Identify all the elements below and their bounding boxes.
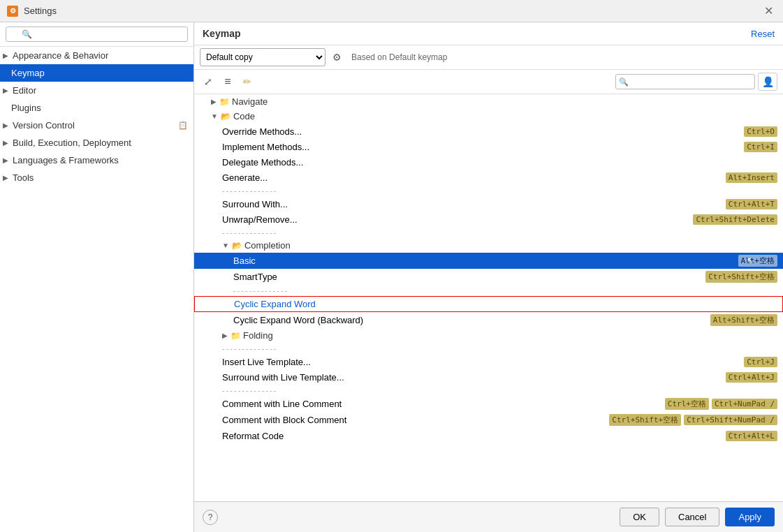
tree-folder-code[interactable]: ▼ 📂 Code <box>194 109 783 124</box>
tree-item-cyclic-expand-word[interactable]: Cyclic Expand Word <box>194 296 783 312</box>
help-button[interactable]: ? <box>203 510 218 525</box>
close-button[interactable]: ✕ <box>761 4 776 18</box>
based-on-label: Based on Default keymap <box>351 52 447 62</box>
keymap-header: Keymap Reset <box>194 22 783 45</box>
tree-item-delegate-methods[interactable]: Delegate Methods... <box>194 154 783 170</box>
tree-item-surround-with[interactable]: Surround With... Ctrl+Alt+T <box>194 196 783 212</box>
keymap-search-input[interactable] <box>615 74 755 89</box>
tree-item-surround-live-template[interactable]: Surround with Live Template... Ctrl+Alt+… <box>194 369 783 385</box>
cancel-button[interactable]: Cancel <box>665 508 719 526</box>
sidebar-item-label: Build, Execution, Deployment <box>13 138 131 148</box>
arrow-icon: ▶ <box>3 52 8 59</box>
tree-item-label: Surround With... <box>222 199 723 209</box>
sidebar-item-tools[interactable]: ▶ Tools <box>0 169 193 186</box>
shortcut-badge: Ctrl+Alt+T <box>726 199 777 209</box>
search-right-container: 🔍 <box>615 74 755 89</box>
tree-item-label: Folding <box>243 330 273 341</box>
arrow-icon: ▼ <box>211 112 218 120</box>
ok-button[interactable]: OK <box>620 508 659 526</box>
arrow-icon: ▶ <box>3 139 8 147</box>
tree-item-label: Comment with Line Comment <box>222 399 665 409</box>
user-filter-button[interactable]: 👤 <box>758 73 777 91</box>
arrow-icon: ▶ <box>3 87 8 94</box>
sidebar-item-languages[interactable]: ▶ Languages & Frameworks <box>0 152 193 169</box>
sidebar-item-editor[interactable]: ▶ Editor <box>0 82 193 99</box>
scheme-dropdown[interactable]: Default copy <box>200 48 325 66</box>
tree-item-override-methods[interactable]: Override Methods... Ctrl+O <box>194 124 783 139</box>
collapse-all-icon: ≡ <box>224 75 230 88</box>
sidebar-item-keymap[interactable]: Keymap <box>0 64 193 82</box>
tree-item-label: Navigate <box>232 96 268 107</box>
shortcut-badge: Ctrl+Shift+空格 <box>609 414 681 426</box>
app-icon: ⚙ <box>7 6 18 17</box>
shortcut-badge: Ctrl+Alt+L <box>726 431 777 441</box>
tree-item-comment-block[interactable]: Comment with Block Comment Ctrl+Shift+空格… <box>194 412 783 428</box>
folder-icon: 📁 <box>230 331 241 341</box>
shortcut-badge: Ctrl+Alt+J <box>726 372 777 383</box>
sidebar-item-label: Plugins <box>11 103 41 113</box>
tree-item-insert-live-template[interactable]: Insert Live Template... Ctrl+J <box>194 354 783 369</box>
separator: -------------- <box>194 185 783 196</box>
tree-folder-folding[interactable]: ▶ 📁 Folding <box>194 328 783 343</box>
right-panel: Keymap Reset Default copy ⚙ Based on Def… <box>194 22 783 532</box>
sidebar-item-build[interactable]: ▶ Build, Execution, Deployment <box>0 134 193 152</box>
tree-item-unwrap-remove[interactable]: Unwrap/Remove... Ctrl+Shift+Delete <box>194 212 783 227</box>
sidebar-search-input[interactable] <box>6 27 188 42</box>
tree-item-label: Insert Live Template... <box>222 357 741 367</box>
separator: -------------- <box>194 285 783 296</box>
sidebar-item-appearance[interactable]: ▶ Appearance & Behavior <box>0 47 193 64</box>
scheme-gear-button[interactable]: ⚙ <box>328 50 346 65</box>
tree-item-label: Implement Methods... <box>222 142 741 152</box>
shortcut-badge-2: Ctrl+Shift+NumPad / <box>684 415 777 425</box>
apply-button[interactable]: Apply <box>725 508 775 526</box>
folder-icon: 📂 <box>232 241 242 251</box>
tree-item-comment-line[interactable]: Comment with Line Comment Ctrl+空格 Ctrl+N… <box>194 396 783 412</box>
keymap-title: Keymap <box>203 28 240 39</box>
sidebar-item-version-control[interactable]: ▶ Version Control 📋 <box>0 117 193 134</box>
arrow-icon: ▶ <box>222 332 228 339</box>
tree-container[interactable]: ▶ 📁 Navigate ▼ 📂 Code Override Methods..… <box>194 94 783 501</box>
tree-folder-completion[interactable]: ▼ 📂 Completion <box>194 238 783 253</box>
tree-item-label: Code <box>233 111 255 121</box>
separator: -------------- <box>194 227 783 238</box>
title-bar-left: ⚙ Settings <box>7 6 57 17</box>
tree-item-label: Surround with Live Template... <box>222 372 723 383</box>
sidebar-item-label: Keymap <box>11 68 45 78</box>
tree-folder-navigate[interactable]: ▶ 📁 Navigate <box>194 94 783 109</box>
tree-item-implement-methods[interactable]: Implement Methods... Ctrl+I <box>194 139 783 154</box>
sidebar-item-label: Languages & Frameworks <box>13 155 119 165</box>
sidebar-item-label: Version Control <box>13 120 75 131</box>
shortcut-badge: Ctrl+O <box>744 126 777 137</box>
tree-item-cyclic-expand-word-backward[interactable]: Cyclic Expand Word (Backward) Alt+Shift+… <box>194 312 783 328</box>
main-content: ▶ Appearance & Behavior Keymap ▶ Editor … <box>0 22 783 532</box>
sidebar-item-label: Editor <box>13 85 36 96</box>
expand-all-button[interactable]: ⤢ <box>200 73 217 90</box>
shortcut-badge: Ctrl+Shift+空格 <box>705 271 777 283</box>
bottom-bar: ? OK Cancel Apply <box>194 501 783 532</box>
collapse-all-button[interactable]: ≡ <box>219 73 236 90</box>
sidebar-item-label: Tools <box>13 172 34 183</box>
tree-item-label: Cyclic Expand Word (Backward) <box>233 315 708 325</box>
tree-item-basic[interactable]: Basic ↖ Alt+空格 <box>194 253 783 269</box>
tree-item-generate[interactable]: Generate... Alt+Insert <box>194 170 783 185</box>
tree-item-label: Override Methods... <box>222 126 741 137</box>
tree-item-label: Completion <box>244 240 291 251</box>
reset-button[interactable]: Reset <box>751 29 775 39</box>
tree-item-reformat-code[interactable]: Reformat Code Ctrl+Alt+L <box>194 428 783 443</box>
sidebar-item-plugins[interactable]: Plugins <box>0 99 193 117</box>
shortcut-badge: Alt+Shift+空格 <box>710 314 777 326</box>
shortcut-badge: Ctrl+空格 <box>665 398 709 410</box>
separator: -------------- <box>194 343 783 354</box>
edit-button[interactable]: ✏ <box>239 73 256 90</box>
shortcut-badge: Ctrl+Shift+Delete <box>693 214 777 225</box>
tree-item-label: Generate... <box>222 172 723 183</box>
actions-toolbar: ⤢ ≡ ✏ 🔍 👤 <box>194 70 783 94</box>
tree-item-smarttype[interactable]: SmartType Ctrl+Shift+空格 <box>194 269 783 285</box>
sidebar-item-label: Appearance & Behavior <box>13 50 108 61</box>
tree-item-label: SmartType <box>233 272 703 282</box>
tree-item-label: Delegate Methods... <box>222 157 777 168</box>
folder-icon: 📂 <box>221 112 231 121</box>
folder-icon: 📁 <box>219 97 230 107</box>
shortcut-badge: Alt+Insert <box>726 172 777 183</box>
pencil-icon: ✏ <box>243 76 251 87</box>
